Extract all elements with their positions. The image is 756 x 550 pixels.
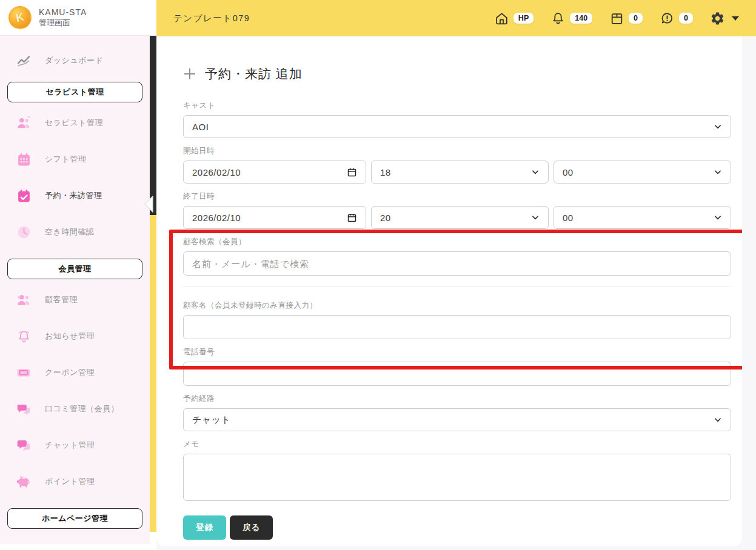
chevron-down-icon bbox=[714, 213, 722, 222]
home-icon bbox=[494, 11, 509, 26]
end-hour-select[interactable]: 20 bbox=[371, 206, 549, 229]
coupon-icon bbox=[16, 365, 32, 380]
chevron-down-icon bbox=[714, 122, 722, 131]
cast-select[interactable]: AOI bbox=[183, 115, 731, 138]
sidebar-item-availability[interactable]: 空き時間確認 bbox=[0, 214, 150, 250]
start-datetime-label: 開始日時 bbox=[183, 146, 731, 156]
end-minute-select[interactable]: 00 bbox=[554, 206, 731, 229]
sidebar-nav: ダッシュボード セラピスト管理 セラピスト管理 シフト管理 予約・来訪管理 bbox=[0, 36, 150, 529]
sidebar-item-therapist[interactable]: セラピスト管理 bbox=[0, 105, 150, 141]
sidebar-item-coupons[interactable]: クーポン管理 bbox=[0, 354, 150, 391]
sidebar-item-label: ダッシュボード bbox=[45, 55, 103, 66]
chevron-down-icon bbox=[714, 416, 722, 424]
box-icon bbox=[609, 11, 624, 26]
gear-icon bbox=[710, 11, 725, 26]
calendar-icon bbox=[347, 167, 357, 177]
sidebar-item-label: 顧客管理 bbox=[45, 294, 78, 305]
phone-input[interactable] bbox=[183, 362, 731, 386]
users-icon bbox=[16, 115, 32, 131]
piggy-bank-icon bbox=[16, 474, 32, 489]
chat-alert-icon bbox=[660, 11, 675, 26]
memo-label: メモ bbox=[183, 439, 731, 449]
chat-bubbles-icon bbox=[16, 401, 32, 417]
brand[interactable]: K KAMU-STA 管理画面 bbox=[0, 0, 150, 36]
notification-count-badge: 140 bbox=[570, 13, 592, 24]
main-area: テンプレート079 HP 140 bbox=[156, 0, 756, 550]
bell-icon bbox=[550, 11, 566, 26]
page-title-text: 予約・来訪 追加 bbox=[205, 65, 303, 82]
brand-logo-icon: K bbox=[8, 6, 32, 29]
form-card: 予約・来訪 追加 キャスト AOI 開始日時 bbox=[156, 36, 742, 546]
scrollbar-thumb[interactable] bbox=[150, 36, 156, 215]
memo-field: メモ bbox=[183, 439, 731, 503]
end-date-input[interactable]: 2026/02/10 bbox=[183, 206, 366, 229]
chevron-down-icon bbox=[531, 168, 540, 176]
app-root: K KAMU-STA 管理画面 ダッシュボード セラピスト管理 セラピスト管理 bbox=[0, 0, 756, 550]
customer-search-field: 顧客検索（会員） bbox=[183, 237, 731, 276]
sidebar-item-points[interactable]: ポイント管理 bbox=[0, 463, 150, 500]
box-count-badge: 0 bbox=[629, 13, 643, 24]
calendar-icon bbox=[347, 213, 357, 223]
clock-icon bbox=[16, 224, 32, 240]
settings-menu-button[interactable] bbox=[710, 11, 739, 26]
calendar-check-icon bbox=[16, 188, 32, 204]
sidebar-item-label: ポイント管理 bbox=[45, 476, 95, 487]
start-minute-select[interactable]: 00 bbox=[554, 161, 731, 184]
chat-icon bbox=[16, 437, 32, 453]
memo-textarea[interactable] bbox=[183, 454, 731, 501]
home-link[interactable]: HP bbox=[494, 11, 534, 26]
back-button[interactable]: 戻る bbox=[230, 515, 273, 540]
customer-name-field: 顧客名（会員未登録時のみ直接入力） bbox=[183, 300, 731, 339]
notifications-button[interactable]: 140 bbox=[550, 11, 592, 26]
section-divider bbox=[183, 287, 731, 287]
sidebar-item-label: 空き時間確認 bbox=[45, 227, 94, 237]
sidebar-item-label: 口コミ管理（会員） bbox=[45, 403, 119, 414]
sidebar-item-reviews[interactable]: 口コミ管理（会員） bbox=[0, 391, 150, 427]
sidebar-section-member-button[interactable]: 会員管理 bbox=[7, 259, 142, 279]
submit-button[interactable]: 登録 bbox=[183, 515, 226, 540]
header-icons: HP 140 0 bbox=[494, 11, 739, 26]
sidebar-item-dashboard[interactable]: ダッシュボード bbox=[0, 48, 150, 73]
sidebar-item-announcements[interactable]: お知らせ管理 bbox=[0, 318, 150, 354]
sidebar-collapse-handle[interactable] bbox=[141, 194, 155, 214]
sidebar-scrollbar[interactable] bbox=[150, 0, 156, 550]
sidebar-section-homepage-button[interactable]: ホームページ管理 bbox=[7, 508, 142, 529]
users-icon bbox=[16, 292, 32, 308]
sidebar-item-reservation[interactable]: 予約・来訪管理 bbox=[0, 177, 150, 214]
sidebar-item-label: セラピスト管理 bbox=[45, 118, 103, 128]
customer-section: 顧客検索（会員） 顧客名（会員未登録時のみ直接入力） 電話番号 bbox=[183, 237, 731, 386]
alert-count-badge: 0 bbox=[679, 13, 693, 24]
brand-name: KAMU-STA bbox=[39, 7, 87, 18]
customer-search-input[interactable] bbox=[183, 251, 731, 276]
scrollbar-track[interactable] bbox=[150, 215, 156, 532]
header-title: テンプレート079 bbox=[173, 13, 250, 24]
sidebar-section-therapist-button[interactable]: セラピスト管理 bbox=[7, 82, 142, 102]
start-date-input[interactable]: 2026/02/10 bbox=[183, 161, 366, 184]
content-background: 予約・来訪 追加 キャスト AOI 開始日時 bbox=[156, 36, 756, 550]
alerts-button[interactable]: 0 bbox=[660, 11, 693, 26]
sidebar-item-shift[interactable]: シフト管理 bbox=[0, 141, 150, 177]
page-title: 予約・来訪 追加 bbox=[183, 65, 731, 82]
plus-icon bbox=[183, 67, 196, 81]
line-chart-icon bbox=[16, 53, 32, 68]
sidebar-item-label: クーポン管理 bbox=[45, 367, 95, 378]
start-datetime-field: 開始日時 2026/02/10 18 bbox=[183, 146, 731, 184]
end-datetime-label: 終了日時 bbox=[183, 191, 731, 202]
route-field: 予約経路 チャット bbox=[183, 394, 731, 431]
cast-field: キャスト AOI bbox=[183, 101, 731, 138]
customer-name-input[interactable] bbox=[183, 315, 731, 339]
sidebar-item-label: 予約・来訪管理 bbox=[45, 190, 102, 201]
route-select[interactable]: チャット bbox=[183, 408, 731, 431]
form-actions: 登録 戻る bbox=[183, 515, 731, 540]
brand-subtitle: 管理画面 bbox=[39, 18, 87, 28]
customer-search-label: 顧客検索（会員） bbox=[183, 237, 731, 247]
sidebar-item-chat[interactable]: チャット管理 bbox=[0, 427, 150, 463]
chevron-down-icon bbox=[714, 168, 722, 176]
sidebar-item-label: チャット管理 bbox=[45, 440, 95, 451]
bell-icon bbox=[16, 328, 32, 344]
orders-button[interactable]: 0 bbox=[609, 11, 643, 26]
end-datetime-field: 終了日時 2026/02/10 20 bbox=[183, 191, 731, 229]
start-hour-select[interactable]: 18 bbox=[371, 161, 549, 184]
sidebar-item-customers[interactable]: 顧客管理 bbox=[0, 282, 150, 318]
sidebar: K KAMU-STA 管理画面 ダッシュボード セラピスト管理 セラピスト管理 bbox=[0, 0, 150, 550]
